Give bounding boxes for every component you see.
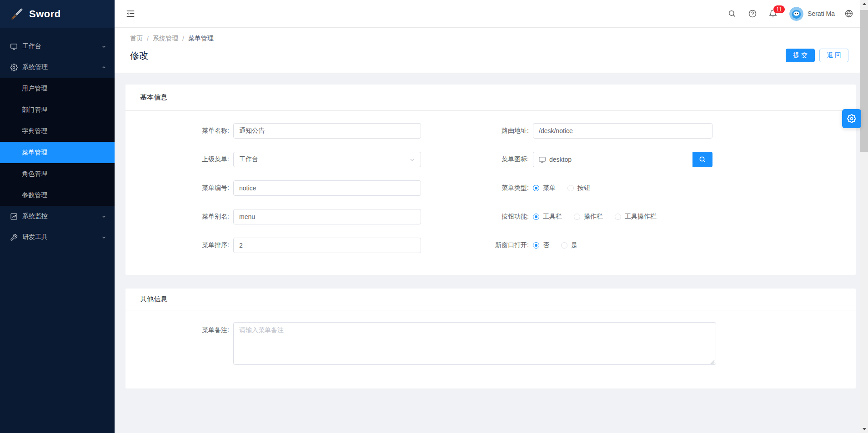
- search-icon[interactable]: [728, 10, 736, 18]
- system-mgmt-submenu: 用户管理 部门管理 字典管理 菜单管理 角色管理 参数管理: [0, 78, 115, 206]
- sword-logo-icon: [10, 7, 24, 21]
- radio-btn-func-toolbar[interactable]: 工具栏: [533, 213, 562, 221]
- radio-checked-icon: [533, 214, 539, 220]
- field-menu-code: 菜单编号:: [125, 180, 491, 196]
- radio-unchecked-icon: [567, 185, 574, 191]
- menu-alias-input[interactable]: [233, 209, 421, 224]
- radio-menu-type-button[interactable]: 按钮: [567, 184, 590, 192]
- sidebar-nav: 工作台 系统管理 用户管理 部门管理 字典管理 菜单管理 角色管理 参数管理 系…: [0, 28, 115, 248]
- menu-code-input[interactable]: [233, 180, 421, 196]
- topbar-actions: 11 Serati Ma: [728, 7, 860, 21]
- other-info-card-title: 其他信息: [125, 289, 856, 310]
- topbar: 11 Serati Ma: [115, 0, 860, 28]
- menu-sort-input[interactable]: [233, 238, 421, 253]
- sidebar-item-label: 系统管理: [22, 63, 48, 71]
- icon-search-button[interactable]: [692, 152, 712, 167]
- field-button-function: 按钮功能: 工具栏 操作栏 工具操作栏: [491, 209, 856, 224]
- field-label: 菜单编号:: [125, 184, 233, 192]
- route-path-input[interactable]: [533, 123, 712, 139]
- sidebar-item-menu-mgmt[interactable]: 菜单管理: [0, 142, 115, 163]
- menu-fold-icon[interactable]: [125, 9, 135, 19]
- sidebar-item-user-mgmt[interactable]: 用户管理: [0, 78, 115, 99]
- field-label: 菜单备注:: [125, 322, 233, 367]
- help-icon[interactable]: [748, 10, 757, 18]
- submenu-label: 用户管理: [22, 85, 47, 93]
- scrollbar-up-arrow[interactable]: [860, 0, 868, 8]
- notification-badge: 11: [773, 5, 785, 14]
- sidebar-item-param-mgmt[interactable]: 参数管理: [0, 184, 115, 206]
- app-logo[interactable]: Sword: [0, 0, 115, 28]
- breadcrumb: 首页 / 系统管理 / 菜单管理: [130, 35, 848, 43]
- theme-settings-button[interactable]: [842, 109, 861, 128]
- field-label: 上级菜单:: [125, 155, 233, 164]
- submit-button[interactable]: 提 交: [786, 49, 815, 62]
- field-label: 新窗口打开:: [491, 241, 533, 249]
- scrollbar-thumb[interactable]: [860, 10, 868, 152]
- breadcrumb-system-mgmt[interactable]: 系统管理: [153, 35, 178, 43]
- select-chevron-icon: [409, 157, 415, 163]
- field-label: 菜单类型:: [491, 184, 533, 192]
- menu-icon-value: desktop: [549, 156, 572, 163]
- monitor-icon: [10, 43, 18, 50]
- sidebar-item-dept-mgmt[interactable]: 部门管理: [0, 99, 115, 120]
- chevron-down-icon: [101, 44, 106, 49]
- submenu-label: 字典管理: [22, 127, 47, 135]
- field-label: 路由地址:: [491, 127, 533, 135]
- submenu-label: 菜单管理: [22, 149, 47, 157]
- menu-remark-textarea[interactable]: [233, 322, 716, 365]
- radio-btn-func-both[interactable]: 工具操作栏: [615, 213, 657, 221]
- field-menu-type: 菜单类型: 菜单 按钮: [491, 180, 856, 196]
- basic-info-card-title: 基本信息: [125, 85, 856, 111]
- chevron-down-icon: [101, 235, 106, 240]
- radio-label: 操作栏: [584, 213, 603, 221]
- menu-icon-input[interactable]: desktop: [533, 152, 692, 167]
- other-info-card: 其他信息 菜单备注:: [125, 289, 856, 388]
- desktop-icon: [538, 156, 546, 164]
- field-new-window: 新窗口打开: 否 是: [491, 238, 856, 253]
- avatar-image: [789, 7, 803, 21]
- app-title: Sword: [29, 8, 61, 20]
- sidebar-item-dict-mgmt[interactable]: 字典管理: [0, 120, 115, 142]
- parent-menu-select[interactable]: 工作台: [233, 152, 421, 167]
- radio-new-window-no[interactable]: 否: [533, 241, 549, 249]
- scrollbar-down-arrow[interactable]: [860, 425, 868, 433]
- sidebar-item-role-mgmt[interactable]: 角色管理: [0, 163, 115, 184]
- radio-btn-func-actionbar[interactable]: 操作栏: [574, 213, 603, 221]
- radio-checked-icon: [533, 185, 539, 191]
- field-label: 菜单别名:: [125, 213, 233, 221]
- user-avatar[interactable]: [789, 7, 803, 21]
- selected-value: 工作台: [239, 155, 258, 164]
- sidebar: Sword 工作台 系统管理 用户管理 部门管理 字典管理 菜单管理 角色管理 …: [0, 0, 115, 433]
- sidebar-item-system-monitor[interactable]: 系统监控: [0, 206, 115, 227]
- field-menu-sort: 菜单排序:: [125, 238, 491, 253]
- radio-new-window-yes[interactable]: 是: [561, 241, 577, 249]
- menu-name-input[interactable]: [233, 123, 421, 139]
- main-content: 基本信息 菜单名称: 上级菜单: 工作台 菜单编号:: [115, 73, 860, 433]
- sidebar-item-dev-tools[interactable]: 研发工具: [0, 227, 115, 248]
- basic-info-card: 基本信息 菜单名称: 上级菜单: 工作台 菜单编号:: [125, 85, 856, 275]
- breadcrumb-home[interactable]: 首页: [130, 35, 143, 43]
- username[interactable]: Serati Ma: [808, 10, 835, 17]
- radio-unchecked-icon: [574, 214, 580, 220]
- sidebar-item-label: 研发工具: [22, 233, 48, 241]
- field-label: 按钮功能:: [491, 213, 533, 221]
- submenu-label: 部门管理: [22, 106, 47, 114]
- radio-checked-icon: [533, 242, 539, 249]
- radio-label: 否: [543, 241, 549, 249]
- sidebar-item-workbench[interactable]: 工作台: [0, 36, 115, 57]
- vertical-scrollbar[interactable]: [860, 0, 868, 433]
- sidebar-item-system-mgmt[interactable]: 系统管理: [0, 57, 115, 78]
- wrench-icon: [10, 234, 18, 241]
- chevron-up-icon: [101, 65, 106, 70]
- page-header: 首页 / 系统管理 / 菜单管理 修改 提 交 返 回: [115, 28, 860, 73]
- page-title: 修改: [130, 50, 148, 62]
- back-button[interactable]: 返 回: [819, 49, 848, 62]
- notifications[interactable]: 11: [769, 10, 777, 18]
- radio-label: 工具栏: [543, 213, 562, 221]
- radio-unchecked-icon: [615, 214, 621, 220]
- globe-icon[interactable]: [845, 10, 853, 18]
- field-label: 菜单图标:: [491, 155, 533, 164]
- field-menu-icon: 菜单图标: desktop: [491, 152, 856, 167]
- radio-label: 按钮: [577, 184, 590, 192]
- radio-menu-type-menu[interactable]: 菜单: [533, 184, 556, 192]
